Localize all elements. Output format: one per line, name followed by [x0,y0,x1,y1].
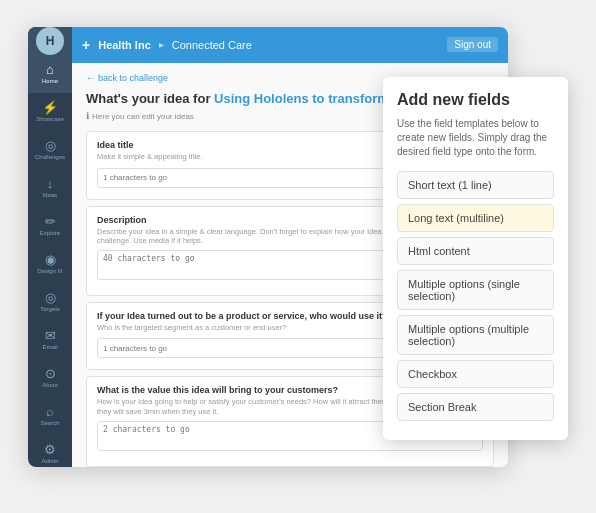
signout-button[interactable]: Sign out [447,37,498,52]
about-icon: ⊙ [45,367,56,380]
panel-title: Add new fields [397,91,554,109]
field-option-section-break[interactable]: Section Break [397,393,554,421]
search-icon: ⌕ [46,405,54,418]
sidebar: H ⌂ Home ⚡ Showcase ◎ Challenges ↓ Ideas [28,27,72,467]
sidebar-item-design[interactable]: ◉ Design III [28,245,72,283]
design-icon: ◉ [45,253,56,266]
sidebar-item-about[interactable]: ⊙ About [28,359,72,397]
sidebar-label-design: Design III [37,268,62,274]
sidebar-label-admin: Admin [41,458,58,464]
sidebar-label-search: Search [40,420,59,426]
explore-icon: ✏ [45,215,56,228]
showcase-icon: ⚡ [42,101,58,114]
field-option-checkbox[interactable]: Checkbox [397,360,554,388]
field-option-short-text[interactable]: Short text (1 line) [397,171,554,199]
sidebar-label-challenges: Challenges [35,154,65,160]
sidebar-label-about: About [42,382,58,388]
sidebar-avatar[interactable]: H [28,27,72,55]
challenge-title-prefix: What's your idea for [86,91,214,106]
challenge-name[interactable]: Connected Care [172,39,252,51]
sidebar-label-showcase: Showcase [36,116,64,122]
sidebar-label-ideas: Ideas [43,192,58,198]
sidebar-item-ideas[interactable]: ↓ Ideas [28,169,72,207]
sidebar-label-email: Email [42,344,57,350]
top-bar: + Health Inc ▸ Connected Care Sign out [72,27,508,63]
sidebar-item-email[interactable]: ✉ Email [28,321,72,359]
sidebar-label-explore: Explore [40,230,60,236]
breadcrumb-separator: ▸ [159,39,164,50]
avatar: H [36,27,64,55]
ideas-icon: ↓ [47,177,54,190]
field-option-multi-single[interactable]: Multiple options (single selection) [397,270,554,310]
field-option-multi-multi[interactable]: Multiple options (multiple selection) [397,315,554,355]
sidebar-item-showcase[interactable]: ⚡ Showcase [28,93,72,131]
targets-icon: ◎ [45,291,56,304]
plus-icon: + [82,37,90,53]
field-option-long-text[interactable]: Long text (multiline) [397,204,554,232]
sidebar-item-explore[interactable]: ✏ Explore [28,207,72,245]
admin-icon: ⚙ [44,443,56,456]
sidebar-item-targets[interactable]: ◎ Targets [28,283,72,321]
sidebar-item-home[interactable]: ⌂ Home [28,55,72,93]
email-icon: ✉ [45,329,56,342]
add-fields-panel: Add new fields Use the field templates b… [383,77,568,440]
sidebar-label-home: Home [42,78,58,84]
sidebar-item-admin[interactable]: ⚙ Admin [28,435,72,467]
field-option-html-content[interactable]: Html content [397,237,554,265]
challenges-icon: ◎ [45,139,56,152]
home-icon: ⌂ [46,63,54,76]
sidebar-nav: ⌂ Home ⚡ Showcase ◎ Challenges ↓ Ideas ✏ [28,55,72,467]
panel-description: Use the field templates below to create … [397,117,554,159]
org-name[interactable]: Health Inc [98,39,151,51]
sidebar-item-search[interactable]: ⌕ Search [28,397,72,435]
sidebar-item-challenges[interactable]: ◎ Challenges [28,131,72,169]
sidebar-label-targets: Targets [40,306,60,312]
